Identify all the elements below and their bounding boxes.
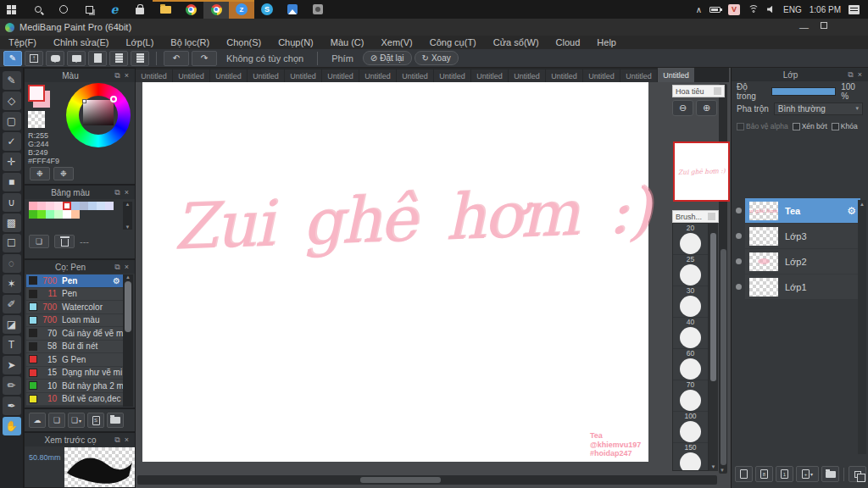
layer-row[interactable]: Lớp1 xyxy=(732,274,860,299)
add-layer-menu-button[interactable]: +▾ xyxy=(796,466,819,482)
fill-rect-tool[interactable]: ■ xyxy=(3,173,21,191)
popout-icon[interactable]: ⧉ xyxy=(113,71,122,80)
eraser-pen-tool[interactable]: ✏ xyxy=(3,376,21,395)
popout-icon[interactable]: ⧉ xyxy=(113,263,122,272)
brush-size-item[interactable]: 25 xyxy=(673,255,708,286)
protect-alpha-checkbox[interactable]: Bảo vệ alpha xyxy=(737,122,788,130)
document-tab[interactable]: Untitled xyxy=(658,68,694,82)
tray-chevron-icon[interactable]: ∧ xyxy=(696,5,702,14)
layer-row[interactable]: Lớp2 xyxy=(732,249,860,274)
figure-brush-tool[interactable]: ▢ xyxy=(3,112,21,130)
palette-swatch[interactable] xyxy=(54,210,63,219)
clipping-checkbox[interactable]: Xén bớt xyxy=(793,122,827,130)
foreground-color-swatch[interactable] xyxy=(28,85,45,102)
brush-size-scrollbar[interactable]: ▼ xyxy=(709,223,718,471)
menu-item[interactable]: Công cụ(T) xyxy=(421,36,485,49)
close-icon[interactable]: × xyxy=(122,188,131,197)
palette-swatch[interactable] xyxy=(29,202,37,210)
script-brush-button[interactable]: S xyxy=(87,413,104,428)
lasso-tool[interactable]: ◌ xyxy=(3,254,21,273)
brush-item[interactable]: 15 G Pen xyxy=(26,353,123,367)
wifi-icon[interactable] xyxy=(748,5,760,14)
scrollbar-thumb[interactable] xyxy=(125,281,131,332)
layer-visibility-icon[interactable] xyxy=(736,233,742,239)
undo-button[interactable]: ↶ xyxy=(164,51,189,66)
brush-item[interactable]: 10 Bút này pha 2 m xyxy=(26,380,123,393)
popout-icon[interactable]: ⧉ xyxy=(113,435,122,445)
palette-swatch[interactable] xyxy=(54,202,63,210)
brush-item[interactable]: 10 Bút vẽ caro,dec xyxy=(26,393,123,407)
brush-size-item[interactable]: 40 xyxy=(673,318,708,349)
comment-button[interactable] xyxy=(46,51,64,66)
edge-button[interactable]: e xyxy=(102,0,127,19)
brush-item[interactable]: 700 Watercolor xyxy=(26,301,123,314)
palette-swatch[interactable] xyxy=(105,202,114,210)
add-1bit-layer-button[interactable]: 1 xyxy=(776,466,793,482)
canvas[interactable]: Zui ghê hơm :) Tea @khiemvu197 #hoidap24… xyxy=(142,82,648,462)
menu-item[interactable]: Cửa sổ(W) xyxy=(485,36,548,49)
close-icon[interactable]: × xyxy=(855,70,865,79)
brush-size-item[interactable]: 70 xyxy=(673,380,708,412)
minimize-button[interactable]: — xyxy=(799,22,809,32)
document-tab[interactable]: Untitled xyxy=(248,69,284,82)
screenshot-app-button[interactable] xyxy=(305,0,331,19)
menu-item[interactable]: Xem(V) xyxy=(372,36,420,49)
eraser-tool[interactable]: ◇ xyxy=(3,92,21,110)
scrollbar-thumb[interactable] xyxy=(721,249,726,465)
brush-size-item[interactable]: 150 xyxy=(673,443,708,471)
opacity-slider[interactable] xyxy=(771,87,836,96)
layer-row[interactable]: Lớp3 xyxy=(732,224,860,248)
brush-size-item[interactable]: 100 xyxy=(673,412,708,443)
battery-icon[interactable] xyxy=(709,7,721,13)
eyedropper-tool[interactable]: ✒ xyxy=(3,396,21,415)
scroll-down-icon[interactable]: ▼ xyxy=(711,464,716,471)
palette-new-button[interactable]: ❏ xyxy=(29,235,49,248)
document-tab[interactable]: Untitled xyxy=(210,69,247,82)
palette-swatch[interactable] xyxy=(37,210,46,219)
palette-swatch[interactable] xyxy=(97,202,105,210)
brush-cloud-upload-button[interactable]: ☁ xyxy=(29,413,46,428)
maximize-button[interactable] xyxy=(821,22,827,29)
horizontal-scrollbar[interactable] xyxy=(137,475,717,485)
document-edit-button[interactable] xyxy=(131,51,149,66)
brush-list-scrollbar[interactable]: ▲ xyxy=(123,274,133,407)
navigator-panel-header[interactable]: Hoa tiêu xyxy=(672,85,725,97)
chrome-button[interactable] xyxy=(178,0,203,19)
store-button[interactable] xyxy=(127,0,153,19)
paint-mode-button[interactable]: ✎ xyxy=(3,51,22,66)
palette-swatch[interactable] xyxy=(80,202,88,210)
search-button[interactable] xyxy=(25,0,51,19)
gradient-tool[interactable]: ▩ xyxy=(3,214,21,232)
palette-swatch[interactable] xyxy=(88,202,97,210)
layer-folder-button[interactable] xyxy=(821,466,839,482)
zoom-out-button[interactable]: ⊖ xyxy=(672,100,693,116)
menu-item[interactable]: Tệp(F) xyxy=(0,36,45,49)
layer-list-scrollbar[interactable]: ▲ xyxy=(858,200,866,454)
notification-center-icon[interactable] xyxy=(849,5,860,14)
scrollbar-thumb[interactable] xyxy=(710,233,716,381)
navigator-preview[interactable]: Zui ghê hơm :) xyxy=(673,141,730,202)
document-tab[interactable]: Untitled xyxy=(471,69,508,82)
brush-settings-icon[interactable]: ⚙ xyxy=(113,276,123,286)
popout-icon[interactable]: ⧉ xyxy=(846,70,855,80)
close-icon[interactable] xyxy=(714,87,721,95)
palette-swatch[interactable] xyxy=(46,210,54,219)
scroll-up-icon[interactable]: ▲ xyxy=(125,274,131,280)
select-eraser-tool[interactable]: ◪ xyxy=(3,315,21,334)
select-tool[interactable]: ☐ xyxy=(3,234,21,252)
menu-item[interactable]: Help xyxy=(588,36,625,49)
clock[interactable]: 1:06 PM xyxy=(810,5,841,14)
brush-size-item[interactable]: 30 xyxy=(673,286,708,318)
add-8bit-layer-button[interactable]: 8 xyxy=(755,466,773,482)
saturation-value-box[interactable] xyxy=(83,100,114,125)
publish-button[interactable]: ↑ xyxy=(25,51,43,66)
photos-button[interactable] xyxy=(280,0,305,19)
brush-folder-button[interactable] xyxy=(107,413,124,428)
document-tab[interactable]: Untitled xyxy=(285,69,321,82)
menu-item[interactable]: Lớp(L) xyxy=(117,36,162,49)
chat-button[interactable] xyxy=(67,51,86,66)
polyline-tool[interactable]: ✓ xyxy=(3,132,21,151)
scroll-up-icon[interactable]: ▲ xyxy=(125,202,131,207)
text-tool[interactable]: T xyxy=(3,336,21,354)
document-tab[interactable]: Untitled xyxy=(509,69,545,82)
